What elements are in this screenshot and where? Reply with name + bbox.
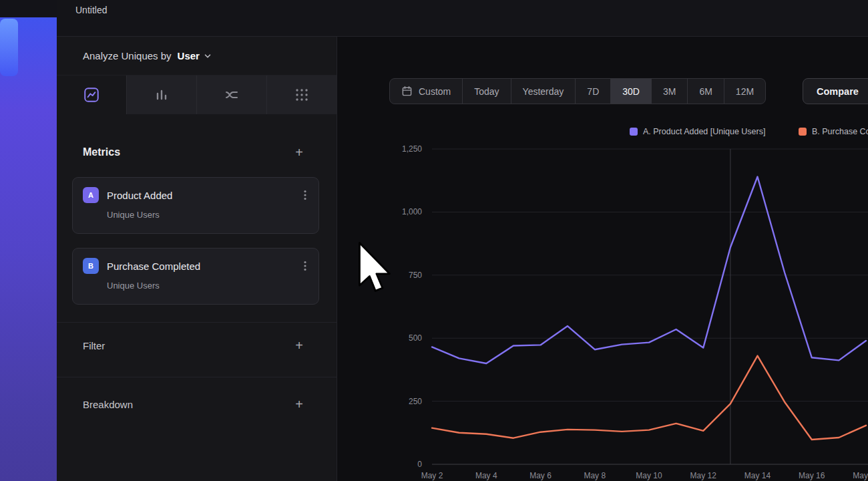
range-30d-button[interactable]: 30D: [610, 78, 652, 104]
line-chart[interactable]: 02505007501,0001,250May 2May 4May 6May 8…: [337, 37, 868, 481]
brand-gradient-strip: [0, 0, 57, 481]
metric-options-button[interactable]: [302, 259, 308, 273]
tab-flows[interactable]: [196, 75, 266, 114]
svg-text:1,000: 1,000: [402, 207, 422, 216]
svg-text:May 8: May 8: [584, 471, 606, 480]
metric-title: Purchase Completed: [107, 261, 200, 272]
add-breakdown-button[interactable]: +: [291, 396, 307, 412]
metric-subtitle[interactable]: Unique Users: [107, 210, 308, 220]
metric-badge-b: B: [83, 258, 99, 274]
svg-text:May 2: May 2: [421, 471, 443, 480]
metrics-section-header: Metrics +: [57, 145, 337, 160]
chart-area: Custom Today Yesterday 7D 30D 3M 6M 12M …: [337, 37, 868, 481]
svg-text:0: 0: [417, 460, 422, 469]
analyze-by-value: User: [178, 50, 200, 61]
filter-heading: Filter: [83, 340, 105, 351]
analyze-by-row: Analyze Uniques by User: [57, 37, 337, 75]
report-title[interactable]: Untitled: [75, 5, 107, 15]
analyze-by-label: Analyze Uniques by: [83, 50, 172, 61]
svg-text:May 14: May 14: [744, 471, 771, 480]
filter-section-header: Filter +: [57, 338, 337, 353]
report-type-tabs: [57, 75, 337, 114]
svg-text:May 6: May 6: [529, 471, 552, 480]
brand-gradient: [0, 17, 57, 481]
funnels-icon: [154, 87, 170, 103]
tab-retention[interactable]: [266, 75, 337, 114]
add-filter-button[interactable]: +: [291, 337, 307, 353]
svg-text:May 4: May 4: [475, 471, 497, 480]
svg-text:May 12: May 12: [690, 471, 717, 480]
metric-title: Product Added: [107, 190, 172, 201]
section-divider: [57, 377, 337, 377]
svg-text:1,250: 1,250: [402, 144, 422, 154]
tab-funnels[interactable]: [126, 75, 196, 114]
analyze-by-dropdown[interactable]: User: [178, 50, 212, 61]
svg-text:May 10: May 10: [636, 471, 662, 480]
retention-icon: [294, 87, 310, 103]
flows-icon: [224, 87, 240, 103]
insights-icon: [83, 86, 100, 104]
chevron-down-icon: [204, 52, 212, 60]
metric-card-a[interactable]: A Product Added Unique Users: [72, 177, 319, 234]
metric-cards: A Product Added Unique Users B Purchase …: [72, 177, 319, 305]
metric-badge-a: A: [83, 187, 99, 203]
svg-text:May 18: May 18: [853, 471, 868, 480]
svg-text:May 16: May 16: [799, 471, 825, 480]
breakdown-section-header: Breakdown +: [57, 397, 337, 412]
query-builder-panel: Analyze Uniques by User: [57, 37, 337, 481]
svg-text:750: 750: [409, 271, 422, 280]
tab-insights[interactable]: [57, 75, 126, 114]
metric-options-button[interactable]: [302, 188, 308, 202]
svg-text:500: 500: [409, 333, 422, 343]
metric-subtitle[interactable]: Unique Users: [107, 281, 308, 291]
metrics-heading: Metrics: [83, 146, 120, 158]
top-bar: Untitled: [57, 0, 868, 37]
brand-strip-highlight: [0, 19, 18, 76]
metric-card-b[interactable]: B Purchase Completed Unique Users: [72, 248, 319, 305]
svg-text:250: 250: [409, 397, 422, 406]
app-window: Untitled Analyze Uniques by User: [0, 0, 868, 481]
add-metric-button[interactable]: +: [291, 144, 307, 160]
section-divider: [57, 322, 337, 323]
breakdown-heading: Breakdown: [83, 399, 133, 410]
